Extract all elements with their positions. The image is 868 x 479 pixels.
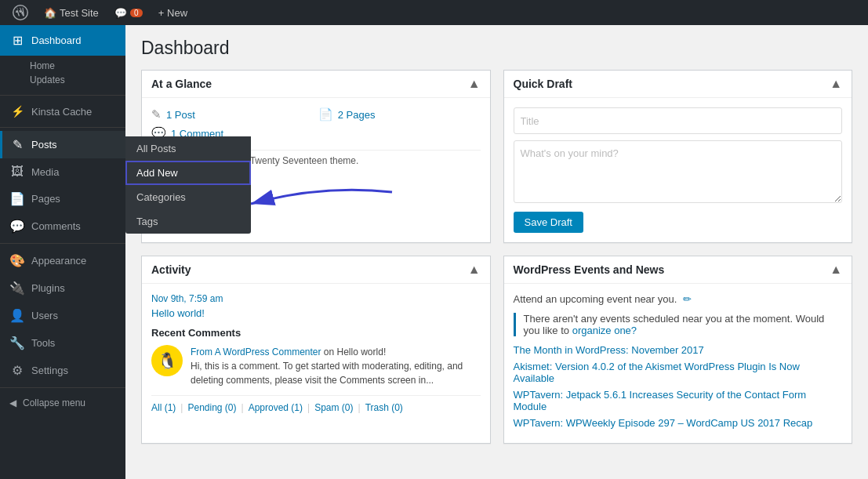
submenu-all-posts[interactable]: All Posts <box>125 136 251 161</box>
sidebar-item-users[interactable]: 👤 Users <box>0 302 125 329</box>
adminbar-house-icon: 🏠 <box>44 7 56 19</box>
glance-posts[interactable]: ✎ 1 Post <box>151 107 314 122</box>
activity-header: Activity ▲ <box>142 256 490 284</box>
main-content: Dashboard At a Glance ▲ ✎ 1 Post 📄 <box>125 25 868 479</box>
media-icon: 🖼 <box>9 165 25 179</box>
dashboard-icon: ⊞ <box>9 33 25 48</box>
commenter-link[interactable]: From A WordPress Commenter <box>191 347 321 357</box>
sidebar-item-settings[interactable]: ⚙ Settings <box>0 357 125 384</box>
sidebar-item-kinsta-cache[interactable]: ⚡ Kinsta Cache <box>0 99 125 124</box>
quick-draft-header: Quick Draft ▲ <box>504 71 852 98</box>
admin-bar: 🏠 Test Site 💬 0 + New <box>0 0 868 25</box>
glance-pages[interactable]: 📄 2 Pages <box>318 107 481 122</box>
save-draft-button[interactable]: Save Draft <box>514 212 583 233</box>
organize-link[interactable]: organize one? <box>572 325 637 336</box>
quick-draft-title-input[interactable] <box>514 107 843 134</box>
news-link-3[interactable]: WPTavern: WPWeekly Episode 297 – WordCam… <box>514 417 843 429</box>
comments-icon: 💬 <box>9 219 25 234</box>
at-a-glance-title: At a Glance <box>151 78 212 90</box>
activity-date: Nov 9th, 7:59 am <box>151 293 481 304</box>
quick-draft-toggle[interactable]: ▲ <box>830 77 842 91</box>
comment-text: From A WordPress Commenter on Hello worl… <box>191 345 481 387</box>
sidebar-item-appearance[interactable]: 🎨 Appearance <box>0 247 125 274</box>
news-link-2[interactable]: WPTavern: Jetpack 5.6.1 Increases Securi… <box>514 389 843 412</box>
activity-all-link[interactable]: All (1) <box>151 402 176 413</box>
dashboard-grid: At a Glance ▲ ✎ 1 Post 📄 2 Pages <box>141 70 852 444</box>
adminbar-comment-count: 0 <box>130 9 143 17</box>
plugins-icon: 🔌 <box>9 281 25 296</box>
activity-widget: Activity ▲ Nov 9th, 7:59 am Hello world!… <box>141 256 491 444</box>
wp-events-content: Attend an upcoming event near you. ✏ The… <box>504 284 852 443</box>
page-title: Dashboard <box>141 38 852 59</box>
adminbar-wp-logo[interactable] <box>6 0 35 25</box>
wp-events-header: WordPress Events and News ▲ <box>504 256 852 284</box>
events-location-text: Attend an upcoming event near you. ✏ <box>514 293 843 305</box>
glance-pages-icon: 📄 <box>318 107 333 122</box>
sidebar-item-updates[interactable]: Updates <box>0 73 125 92</box>
sep4: | <box>358 402 361 413</box>
quick-draft-textarea[interactable] <box>514 140 843 203</box>
glance-posts-icon: ✎ <box>151 107 162 122</box>
comment-item: 🐧 From A WordPress Commenter on Hello wo… <box>151 345 481 387</box>
quick-draft-content: Save Draft <box>504 98 852 242</box>
activity-trash-link[interactable]: Trash (0) <box>365 402 403 413</box>
adminbar-comment-icon: 💬 <box>114 7 127 19</box>
activity-toggle[interactable]: ▲ <box>468 263 481 277</box>
collapse-icon: ◀ <box>9 397 16 408</box>
sidebar-item-plugins[interactable]: 🔌 Plugins <box>0 274 125 302</box>
quick-draft-widget: Quick Draft ▲ Save Draft <box>503 70 853 243</box>
sidebar-item-tools[interactable]: 🔧 Tools <box>0 329 125 357</box>
wp-events-widget: WordPress Events and News ▲ Attend an up… <box>503 256 853 444</box>
appearance-icon: 🎨 <box>9 253 25 268</box>
main-wrap: ⊞ Dashboard Home Updates ⚡ Kinsta Cache … <box>0 25 868 479</box>
sep1: | <box>180 402 183 413</box>
activity-footer: All (1) | Pending (0) | Approved (1) | S… <box>151 395 481 413</box>
pages-icon: 📄 <box>9 191 25 206</box>
events-notice: There aren't any events scheduled near y… <box>514 313 843 336</box>
events-edit-icon[interactable]: ✏ <box>683 293 692 305</box>
submenu-categories[interactable]: Categories <box>125 185 251 209</box>
sidebar-item-comments[interactable]: 💬 Comments <box>0 212 125 240</box>
adminbar-site-name[interactable]: 🏠 Test Site <box>38 0 105 25</box>
activity-approved-link[interactable]: Approved (1) <box>249 402 303 413</box>
news-link-1[interactable]: Akismet: Version 4.0.2 of the Akismet Wo… <box>514 361 843 384</box>
quick-draft-title: Quick Draft <box>514 78 572 90</box>
sidebar-collapse[interactable]: ◀ Collapse menu <box>0 391 125 415</box>
avatar: 🐧 <box>151 345 183 376</box>
submenu-tags[interactable]: Tags <box>125 209 251 234</box>
recent-comments-title: Recent Comments <box>151 327 481 339</box>
sep2: | <box>242 402 244 413</box>
sidebar-item-home[interactable]: Home <box>0 56 125 73</box>
sidebar-item-posts[interactable]: ✎ Posts <box>0 131 125 158</box>
news-link-0[interactable]: The Month in WordPress: November 2017 <box>514 344 843 356</box>
glance-stats: ✎ 1 Post 📄 2 Pages 💬 1 Comment <box>151 107 481 140</box>
posts-submenu: All Posts Add New Categories Tags <box>125 136 251 234</box>
tools-icon: 🔧 <box>9 336 25 350</box>
at-a-glance-header: At a Glance ▲ <box>142 71 490 98</box>
kinsta-icon: ⚡ <box>9 105 25 118</box>
posts-icon: ✎ <box>9 137 25 152</box>
wp-events-toggle[interactable]: ▲ <box>830 263 842 277</box>
adminbar-comments[interactable]: 💬 0 <box>108 0 149 25</box>
wp-events-title: WordPress Events and News <box>514 263 665 276</box>
activity-title: Activity <box>151 263 191 276</box>
users-icon: 👤 <box>9 308 25 323</box>
sidebar-item-pages[interactable]: 📄 Pages <box>0 185 125 212</box>
adminbar-new[interactable]: + New <box>152 0 194 25</box>
activity-pending-link[interactable]: Pending (0) <box>187 402 236 413</box>
admin-sidebar: ⊞ Dashboard Home Updates ⚡ Kinsta Cache … <box>0 25 125 479</box>
submenu-add-new[interactable]: Add New <box>125 161 251 185</box>
sidebar-item-media[interactable]: 🖼 Media <box>0 158 125 185</box>
settings-icon: ⚙ <box>9 363 25 378</box>
arrow-annotation <box>243 180 400 230</box>
activity-spam-link[interactable]: Spam (0) <box>314 402 353 413</box>
activity-content: Nov 9th, 7:59 am Hello world! Recent Com… <box>142 284 490 423</box>
at-a-glance-toggle[interactable]: ▲ <box>468 77 481 91</box>
sidebar-item-dashboard[interactable]: ⊞ Dashboard <box>0 25 125 56</box>
sep3: | <box>307 402 310 413</box>
activity-post-link[interactable]: Hello world! <box>151 307 481 319</box>
